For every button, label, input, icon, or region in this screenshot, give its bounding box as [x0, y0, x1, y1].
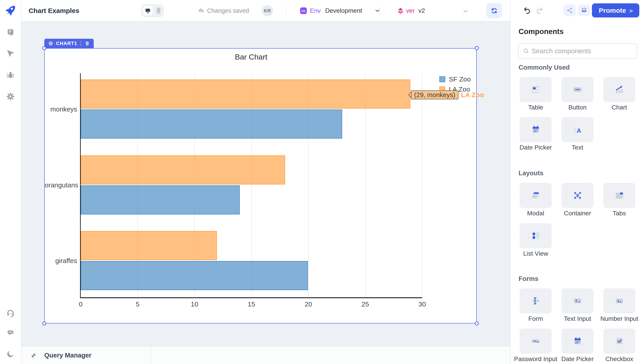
refresh-button[interactable]	[486, 3, 502, 18]
resize-handle-ne[interactable]	[475, 46, 479, 50]
component-tile-label: Button	[554, 104, 601, 111]
app-canvas[interactable]: CHART1 Bar Chart SF Zoo LA Zoo	[22, 22, 510, 364]
y-category-label: orangutans	[45, 181, 77, 189]
component-tile-label: Tabs	[596, 210, 643, 217]
legend-label: SF Zoo	[449, 75, 471, 83]
resize-handle-nw[interactable]	[42, 46, 46, 50]
app-logo[interactable]	[0, 5, 21, 17]
redo-button[interactable]	[536, 6, 544, 14]
moon-icon	[6, 350, 15, 358]
sidebar-item-theme[interactable]	[0, 350, 21, 358]
component-tile-textinput[interactable]: T	[562, 288, 594, 313]
component-tile-label: Date Picker	[512, 144, 559, 151]
search-icon	[523, 48, 529, 54]
components-panel-title: Components	[518, 27, 564, 36]
component-tile-listview[interactable]	[520, 223, 552, 248]
sidebar-item-feedback[interactable]	[0, 329, 21, 337]
sidebar-item-pages[interactable]	[0, 28, 21, 37]
sidebar-item-debug[interactable]	[0, 71, 21, 79]
x-tick-label: 10	[191, 300, 198, 308]
bar-la-zoo-monkeys[interactable]	[81, 79, 410, 109]
component-tile-chart[interactable]	[603, 77, 635, 102]
gridline	[422, 73, 422, 297]
x-tick-label: 15	[248, 300, 255, 308]
component-tile-tabs[interactable]	[603, 183, 635, 208]
share-button[interactable]	[564, 5, 576, 16]
mobile-icon	[156, 8, 161, 14]
right-panel: Promote » Components Commonly UsedTableB…	[510, 0, 644, 364]
component-tile-table[interactable]	[520, 77, 552, 102]
version-selector[interactable]: ver v2	[397, 0, 425, 22]
expand-icon[interactable]	[30, 351, 38, 359]
bar-sf-zoo-monkeys[interactable]	[81, 109, 342, 139]
component-tile-text[interactable]: fA	[562, 117, 594, 142]
rocket-icon	[4, 5, 17, 17]
desktop-icon	[145, 8, 151, 14]
trash-icon[interactable]	[85, 41, 90, 46]
version-value: v2	[418, 7, 425, 14]
promote-button[interactable]: Promote »	[592, 3, 639, 18]
querybar-divider	[151, 346, 151, 364]
component-tile-datepicker[interactable]	[562, 329, 594, 354]
query-manager-bar[interactable]: Query Manager	[22, 346, 510, 364]
sidebar-item-run[interactable]	[0, 49, 21, 57]
component-tile-button[interactable]	[562, 77, 594, 102]
section-title-commonly-used: Commonly Used	[518, 64, 570, 71]
component-tile-label: Checkbox	[596, 355, 643, 363]
chevron-down-icon[interactable]	[462, 8, 469, 14]
cursor-icon	[6, 49, 15, 57]
promote-label: Promote	[599, 7, 626, 14]
desktop-toggle-button[interactable]	[143, 6, 153, 16]
resize-handle-sw[interactable]	[42, 321, 46, 325]
y-category-label: monkeys	[45, 105, 77, 113]
bar-la-zoo-giraffes[interactable]	[81, 231, 217, 260]
component-tile-passwordinput[interactable]	[520, 329, 552, 354]
env-badge-icon: {x}	[300, 8, 307, 14]
environment-selector[interactable]: {x} Env Development	[300, 0, 380, 22]
gear-icon[interactable]	[48, 41, 53, 46]
component-tile-label: Table	[512, 104, 559, 111]
share-icon	[566, 7, 573, 14]
undo-button[interactable]	[523, 6, 531, 14]
mobile-toggle-button[interactable]	[155, 7, 162, 15]
resize-handle-se[interactable]	[475, 321, 479, 325]
pages-icon	[6, 28, 15, 37]
avatar[interactable]: KR	[262, 5, 273, 16]
component-tile-label: Form	[512, 315, 559, 322]
x-tick-label: 25	[362, 300, 369, 308]
sidebar-item-settings[interactable]	[0, 92, 21, 101]
component-tile-numberinput[interactable]: 1	[603, 288, 635, 313]
chart-title: Bar Chart	[80, 53, 422, 61]
bar-sf-zoo-orangutans[interactable]	[81, 185, 240, 215]
save-status-label: Changes saved	[207, 8, 249, 14]
chart-tooltip: (29, monkeys) LA Zoo	[408, 90, 484, 99]
component-tile-label: Text	[554, 144, 601, 151]
component-tile-form[interactable]	[520, 288, 552, 313]
preview-button[interactable]	[578, 5, 590, 16]
component-search[interactable]	[518, 43, 637, 59]
bar-la-zoo-orangutans[interactable]	[81, 155, 285, 185]
component-tile-label: Password Input	[512, 355, 559, 363]
layers-icon	[397, 8, 404, 14]
legend-item: SF Zoo	[440, 75, 471, 83]
component-tag[interactable]: CHART1	[44, 39, 94, 48]
component-tile-container[interactable]	[562, 183, 594, 208]
component-tile-datepicker[interactable]	[520, 117, 552, 142]
x-tick-label: 30	[418, 300, 426, 308]
legend-swatch-sf	[440, 76, 445, 82]
component-tile-checkbox[interactable]	[603, 329, 635, 354]
component-tag-label: CHART1	[56, 41, 77, 46]
section-title-forms: Forms	[518, 275, 538, 283]
sidebar-item-support[interactable]	[0, 309, 21, 318]
device-toggle[interactable]	[141, 4, 164, 17]
component-tile-label: Modal	[512, 210, 559, 217]
refresh-icon	[490, 7, 498, 15]
saved-check-icon	[198, 8, 204, 14]
search-input[interactable]	[532, 47, 626, 55]
chart-component[interactable]: CHART1 Bar Chart SF Zoo LA Zoo	[44, 48, 477, 323]
x-tick-label: 0	[79, 300, 83, 308]
bar-sf-zoo-giraffes[interactable]	[81, 261, 308, 290]
component-tile-label: Date Picker	[554, 355, 601, 363]
version-label: ver	[406, 7, 415, 14]
component-tile-modal[interactable]	[520, 183, 552, 208]
